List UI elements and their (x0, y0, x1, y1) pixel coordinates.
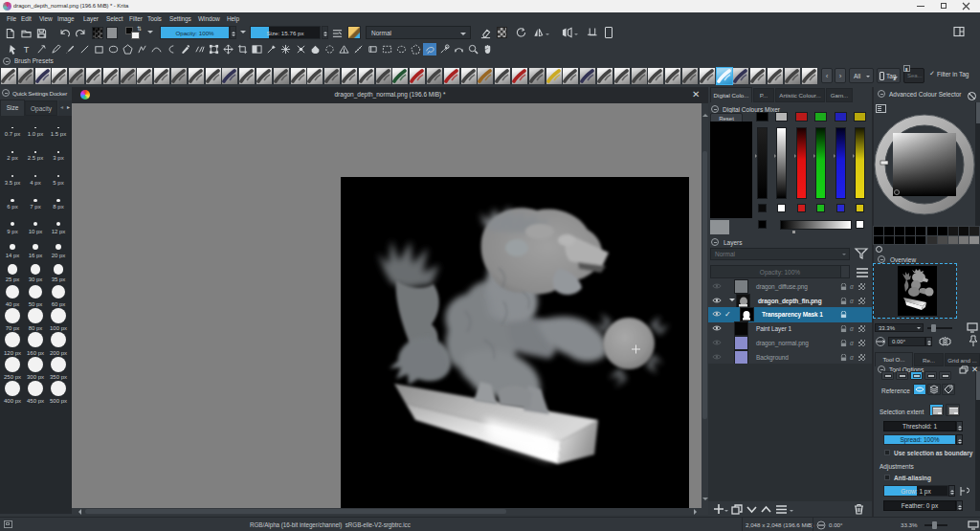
svg-text:T: T (23, 45, 29, 55)
